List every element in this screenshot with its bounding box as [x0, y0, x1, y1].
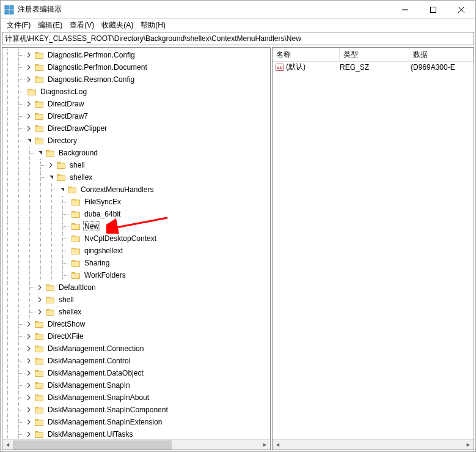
tree-item[interactable]: shellex — [2, 171, 270, 183]
expand-icon[interactable] — [24, 393, 34, 402]
expand-icon[interactable] — [35, 283, 45, 292]
tree-item-label: DefaultIcon — [57, 283, 97, 292]
tree-item[interactable]: DirectDrawClipper — [2, 122, 270, 135]
menu-favorites[interactable]: 收藏夹(A) — [98, 20, 137, 31]
collapse-icon[interactable] — [35, 148, 45, 158]
expand-icon[interactable] — [35, 307, 45, 317]
tree-item[interactable]: DiskManagement.Connection — [2, 343, 270, 355]
tree-item[interactable]: DirectDraw7 — [2, 110, 270, 122]
folder-icon — [34, 111, 44, 121]
tree-item[interactable]: NvCplDesktopContext — [2, 232, 270, 245]
folder-icon — [67, 185, 77, 195]
scroll-right-icon[interactable]: ► — [260, 440, 270, 450]
tree-item-label: DiskManagement.Control — [46, 356, 131, 366]
tree-item[interactable]: DirectXFile — [2, 330, 270, 343]
tree-item[interactable]: qingshellext — [2, 245, 270, 257]
tree-item[interactable]: DiskManagement.UITasks — [2, 428, 270, 439]
tree-item[interactable]: Diagnostic.Perfmon.Document — [2, 61, 270, 73]
minimize-button[interactable] — [391, 1, 419, 19]
address-bar[interactable]: 计算机\HKEY_CLASSES_ROOT\Directory\Backgrou… — [2, 32, 474, 45]
scroll-left-icon[interactable]: ◄ — [2, 440, 13, 450]
tree-item[interactable]: New — [2, 220, 270, 232]
menu-edit[interactable]: 编辑(E) — [34, 20, 66, 31]
tree-scroll-h[interactable]: ◄ ► — [2, 439, 270, 450]
tree-item-label: DiskManagement.SnapInAbout — [46, 393, 150, 402]
tree-item[interactable]: ContextMenuHandlers — [2, 183, 270, 196]
expand-icon[interactable] — [24, 417, 34, 427]
expand-icon[interactable] — [24, 319, 34, 329]
expand-icon[interactable] — [24, 405, 34, 415]
scroll-thumb[interactable] — [13, 440, 172, 450]
folder-icon — [45, 307, 55, 317]
expand-icon[interactable] — [24, 332, 34, 341]
tree-item[interactable]: DefaultIcon — [2, 281, 270, 294]
col-type[interactable]: 类型 — [340, 48, 409, 62]
expand-icon[interactable] — [24, 124, 34, 133]
svg-rect-3 — [10, 10, 13, 14]
expand-placeholder — [68, 234, 71, 243]
tree-item-label: DiskManagement.SnapInComponent — [46, 405, 169, 415]
collapse-icon[interactable] — [24, 136, 34, 146]
titlebar[interactable]: 注册表编辑器 — [1, 1, 475, 19]
expand-icon[interactable] — [24, 356, 34, 366]
maximize-button[interactable] — [419, 1, 447, 19]
tree-item[interactable]: DiskManagement.SnapInAbout — [2, 391, 270, 404]
tree-item[interactable]: DiskManagement.Control — [2, 355, 270, 367]
expand-icon[interactable] — [35, 295, 45, 305]
tree-item[interactable]: shell — [2, 159, 270, 171]
expand-icon[interactable] — [24, 62, 34, 72]
collapse-icon[interactable] — [57, 185, 67, 195]
folder-icon — [34, 417, 44, 427]
tree-item-label: qingshellext — [83, 246, 124, 256]
tree-item-label: Diagnostic.Perfmon.Document — [46, 62, 148, 72]
expand-icon[interactable] — [24, 50, 34, 60]
tree-item[interactable]: Diagnostic.Perfmon.Config — [2, 49, 270, 61]
tree-item[interactable]: DirectDraw — [2, 98, 270, 110]
tree-item[interactable]: DiskManagement.SnapIn — [2, 379, 270, 391]
expand-icon[interactable] — [24, 99, 34, 109]
folder-icon — [34, 405, 44, 415]
tree-content[interactable]: Diagnostic.Perfmon.Config Diagnostic.Per… — [2, 48, 270, 439]
menu-view[interactable]: 查看(V) — [66, 20, 98, 31]
tree-item[interactable]: DiskManagement.DataObject — [2, 367, 270, 379]
tree-item[interactable]: WorkFolders — [2, 269, 270, 281]
expand-icon[interactable] — [24, 75, 34, 84]
values-scroll-h[interactable]: ◄ ► — [273, 439, 474, 450]
expand-icon[interactable] — [46, 160, 56, 170]
folder-icon — [45, 148, 55, 158]
tree-item[interactable]: Directory — [2, 135, 270, 147]
tree-item[interactable]: Diagnostic.Resmon.Config — [2, 73, 270, 86]
close-button[interactable] — [447, 1, 475, 19]
scroll-left-icon[interactable]: ◄ — [273, 440, 283, 450]
value-row[interactable]: ab (默认) REG_SZ {D969A300-E — [273, 62, 474, 72]
menu-help[interactable]: 帮助(H) — [137, 20, 169, 31]
values-body[interactable]: ab (默认) REG_SZ {D969A300-E — [273, 62, 474, 439]
expand-placeholder — [24, 87, 27, 97]
expand-icon[interactable] — [24, 111, 34, 121]
col-name[interactable]: 名称 — [273, 48, 340, 62]
expand-placeholder — [68, 221, 71, 231]
tree-item[interactable]: Background — [2, 147, 270, 159]
value-data: {D969A300-E — [411, 63, 474, 72]
tree-item[interactable]: DirectShow — [2, 318, 270, 330]
tree-item[interactable]: shellex — [2, 306, 270, 318]
collapse-icon[interactable] — [46, 172, 56, 182]
tree-item[interactable]: Sharing — [2, 257, 270, 269]
tree-item[interactable]: DiskManagement.SnapInComponent — [2, 404, 270, 416]
menu-file[interactable]: 文件(F) — [3, 20, 34, 31]
value-type: REG_SZ — [340, 63, 411, 72]
tree-item[interactable]: DiagnosticLog — [2, 86, 270, 98]
expand-icon[interactable] — [24, 429, 34, 439]
tree-item[interactable]: duba_64bit — [2, 208, 270, 220]
tree-item[interactable]: shell — [2, 294, 270, 306]
col-data[interactable]: 数据 — [409, 48, 474, 62]
tree-item[interactable]: FileSyncEx — [2, 196, 270, 208]
expand-icon[interactable] — [24, 344, 34, 354]
tree-item-label: ContextMenuHandlers — [79, 185, 155, 195]
scroll-right-icon[interactable]: ► — [463, 440, 474, 450]
expand-icon[interactable] — [24, 368, 34, 378]
tree-item[interactable]: DiskManagement.SnapInExtension — [2, 416, 270, 428]
expand-icon[interactable] — [24, 380, 34, 390]
values-header: 名称 类型 数据 — [273, 48, 474, 62]
folder-icon — [45, 283, 55, 292]
